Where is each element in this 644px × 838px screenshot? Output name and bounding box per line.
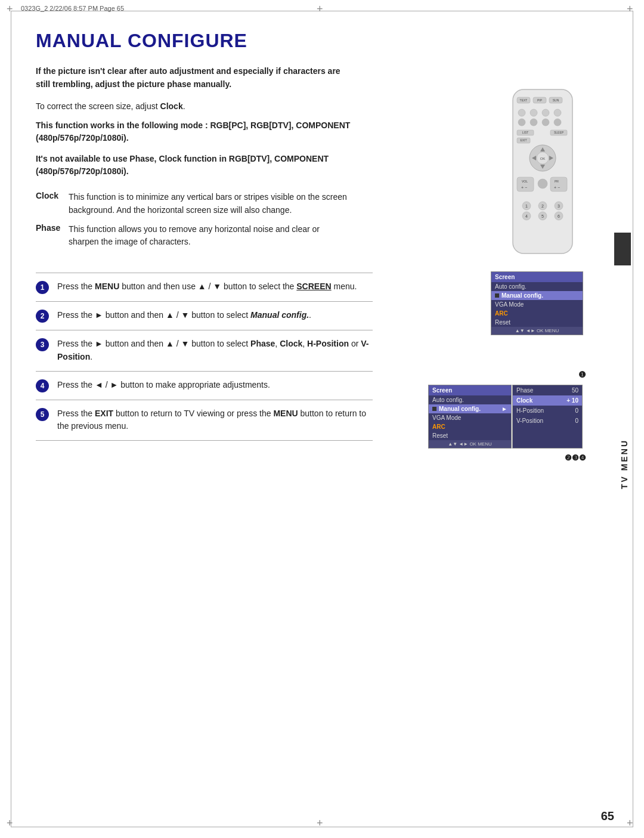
- step-number-4: 4: [36, 379, 49, 392]
- crosshair-bottom-left: [6, 820, 18, 832]
- main-content: MANUAL CONFIGURE If the picture isn't cl…: [36, 30, 587, 808]
- step-item-5: 5 Press the EXIT button to return to TV …: [36, 400, 373, 441]
- desc-phase: Phase This function allows you to remove…: [36, 223, 352, 249]
- border-left: [11, 11, 11, 827]
- def-phase: This function allows you to remove any h…: [69, 223, 352, 249]
- step-item-3: 3 Press the ► button and then ▲ / ▼ butt…: [36, 330, 373, 371]
- step-text-2: Press the ► button and then ▲ / ▼ button…: [57, 309, 373, 322]
- step-text-4: Press the ◄ / ► button to make appropria…: [57, 379, 373, 392]
- crosshair-bottom-center: [316, 820, 328, 832]
- correct-line: To correct the screen size, adjust Clock…: [36, 101, 587, 111]
- steps-section: 1 Press the MENU button and then use ▲ /…: [36, 273, 373, 441]
- step-item-2: 2 Press the ► button and then ▲ / ▼ butt…: [36, 302, 373, 330]
- step-text-5: Press the EXIT button to return to TV vi…: [57, 407, 373, 433]
- crosshair-top-center: [316, 6, 328, 18]
- crosshair-bottom-right: [626, 820, 638, 832]
- crosshair-top-right: [626, 6, 638, 18]
- step-item-4: 4 Press the ◄ / ► button to make appropr…: [36, 372, 373, 400]
- step-number-3: 3: [36, 338, 49, 351]
- tv-menu-label: TV MENU: [620, 439, 629, 489]
- def-clock: This function is to minimize any vertica…: [69, 191, 352, 217]
- not-available: It's not available to use Phase, Clock f…: [36, 153, 352, 178]
- intro-paragraph-1: If the picture isn't clear after auto ad…: [36, 65, 352, 91]
- page-title: MANUAL CONFIGURE: [36, 30, 587, 52]
- step-number-2: 2: [36, 310, 49, 323]
- header-text: 0323G_2 2/22/06 8:57 PM Page 65: [21, 5, 124, 12]
- crosshair-top-left: [6, 6, 18, 18]
- desc-clock: Clock This function is to minimize any v…: [36, 191, 352, 217]
- step-number-1: 1: [36, 281, 49, 294]
- function-mode: This function works in the following mod…: [36, 119, 352, 144]
- step-text-3: Press the ► button and then ▲ / ▼ button…: [57, 338, 373, 363]
- term-phase: Phase: [36, 223, 69, 233]
- page-number: 65: [601, 809, 614, 823]
- step-item-1: 1 Press the MENU button and then use ▲ /…: [36, 273, 373, 302]
- term-clock: Clock: [36, 191, 69, 200]
- step-text-1: Press the MENU button and then use ▲ / ▼…: [57, 280, 373, 293]
- border-right: [633, 11, 633, 827]
- step-number-5: 5: [36, 408, 49, 421]
